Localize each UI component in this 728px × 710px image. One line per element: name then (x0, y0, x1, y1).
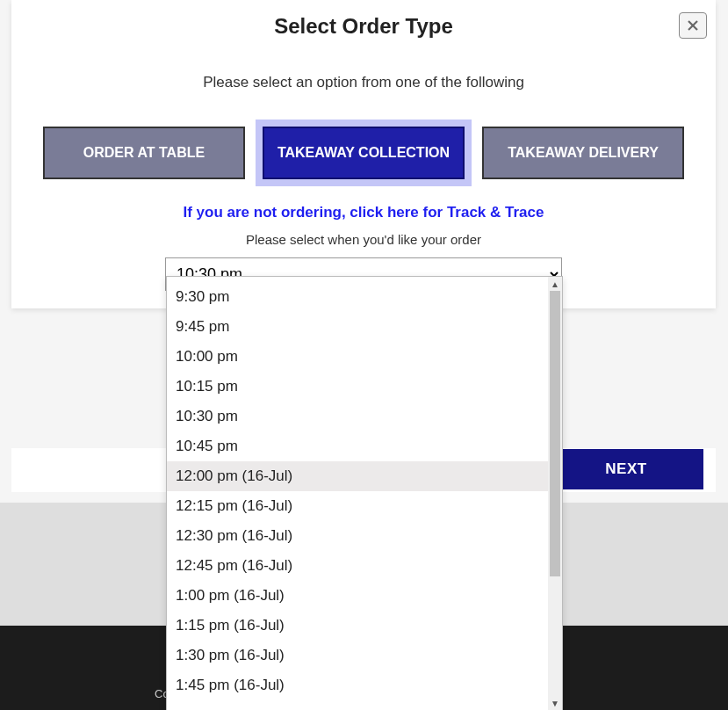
dropdown-scrollbar[interactable]: ▲ ▼ (548, 277, 562, 710)
time-option[interactable]: 1:00 pm (16-Jul) (167, 581, 548, 611)
takeaway-delivery-button[interactable]: TAKEAWAY DELIVERY (482, 127, 684, 179)
close-button[interactable] (679, 12, 707, 39)
time-option[interactable]: 10:30 pm (167, 402, 548, 431)
time-option[interactable]: 9:45 pm (167, 312, 548, 342)
time-option[interactable]: 9:15 pm (167, 277, 548, 282)
takeaway-collection-button[interactable]: TAKEAWAY COLLECTION (263, 127, 465, 179)
scrollbar-up-arrow[interactable]: ▲ (548, 277, 562, 291)
order-at-table-button[interactable]: ORDER AT TABLE (43, 127, 245, 179)
close-icon (686, 18, 700, 33)
time-option[interactable]: 12:30 pm (16-Jul) (167, 521, 548, 551)
time-option[interactable]: 12:45 pm (16-Jul) (167, 551, 548, 581)
order-type-row: ORDER AT TABLE TAKEAWAY COLLECTION TAKEA… (29, 127, 698, 179)
time-option[interactable]: 1:30 pm (16-Jul) (167, 641, 548, 670)
time-option[interactable]: 10:45 pm (167, 431, 548, 461)
time-dropdown-options: 9:15 pm9:30 pm9:45 pm10:00 pm10:15 pm10:… (167, 277, 548, 700)
time-option[interactable]: 10:00 pm (167, 342, 548, 372)
time-option[interactable]: 10:15 pm (167, 372, 548, 402)
time-option[interactable]: 1:15 pm (16-Jul) (167, 611, 548, 641)
scrollbar-down-arrow[interactable]: ▼ (548, 696, 562, 710)
time-option[interactable]: 12:15 pm (16-Jul) (167, 491, 548, 521)
modal-subtitle: Please select an option from one of the … (29, 74, 698, 91)
next-button[interactable]: NEXT (549, 449, 703, 489)
scrollbar-thumb[interactable] (550, 291, 560, 576)
time-dropdown: 9:15 pm9:30 pm9:45 pm10:00 pm10:15 pm10:… (166, 276, 563, 710)
time-option[interactable]: 1:45 pm (16-Jul) (167, 670, 548, 700)
time-option[interactable]: 9:30 pm (167, 282, 548, 312)
order-type-modal: Select Order Type Please select an optio… (11, 0, 716, 308)
modal-title: Select Order Type (29, 14, 698, 39)
track-trace-link[interactable]: If you are not ordering, click here for … (184, 204, 544, 221)
when-label: Please select when you'd like your order (29, 232, 698, 247)
time-option[interactable]: 12:00 pm (16-Jul) (167, 461, 548, 491)
track-trace-row: If you are not ordering, click here for … (29, 204, 698, 221)
